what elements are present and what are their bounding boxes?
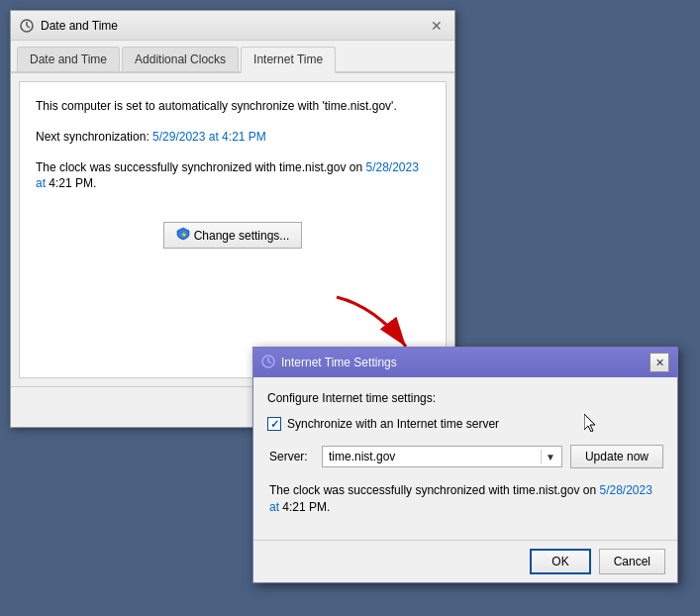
internet-time-settings-dialog: Internet Time Settings ✕ Configure Inter… — [252, 347, 678, 583]
sync-checkbox-row: Synchronize with an Internet time server — [267, 417, 663, 431]
shield-icon: ★ — [176, 227, 190, 244]
dialog-title-left: Internet Time Settings — [261, 355, 397, 371]
svg-line-2 — [27, 26, 30, 28]
dialog-footer: OK Cancel — [253, 540, 677, 582]
dialog-close-button[interactable]: ✕ — [650, 353, 669, 372]
dialog-title-text: Internet Time Settings — [281, 356, 397, 369]
svg-line-7 — [268, 361, 271, 363]
sync-checkbox[interactable] — [267, 417, 281, 431]
change-settings-button[interactable]: ★ Change settings... — [163, 222, 303, 249]
sync-server-text: This computer is set to automatically sy… — [36, 98, 430, 115]
update-now-button[interactable]: Update now — [570, 445, 663, 468]
next-sync-text: Next synchronization: 5/29/2023 at 4:21 … — [36, 129, 430, 146]
main-title-bar: Date and Time ✕ — [11, 11, 454, 41]
clock-icon — [19, 18, 35, 34]
tab-internet-time[interactable]: Internet Time — [241, 47, 336, 73]
sync-checkbox-label: Synchronize with an Internet time server — [287, 417, 499, 431]
dialog-ok-button[interactable]: OK — [530, 549, 590, 574]
title-bar-left: Date and Time — [19, 18, 118, 34]
tab-bar: Date and Time Additional Clocks Internet… — [11, 41, 454, 73]
server-dropdown[interactable]: time.nist.gov ▼ — [322, 446, 562, 467]
dialog-cancel-button[interactable]: Cancel — [599, 549, 665, 574]
server-value: time.nist.gov — [329, 450, 395, 463]
dialog-section-label: Configure Internet time settings: — [267, 391, 663, 405]
tab-date-and-time[interactable]: Date and Time — [17, 47, 120, 71]
dialog-sync-status-text: The clock was successfully synchronized … — [267, 482, 663, 516]
dialog-title-bar: Internet Time Settings ✕ — [253, 348, 677, 377]
dropdown-arrow-icon: ▼ — [541, 450, 555, 463]
change-settings-label: Change settings... — [194, 229, 290, 243]
server-row: Server: time.nist.gov ▼ Update now — [267, 445, 663, 468]
main-window-title: Date and Time — [41, 19, 118, 33]
dialog-content-area: Configure Internet time settings: Synchr… — [253, 377, 677, 540]
main-content-area: This computer is set to automatically sy… — [19, 81, 447, 378]
server-label: Server: — [269, 450, 314, 463]
dialog-icon — [261, 355, 275, 371]
last-sync-text: The clock was successfully synchronized … — [36, 159, 430, 193]
main-close-button[interactable]: ✕ — [427, 16, 447, 36]
tab-additional-clocks[interactable]: Additional Clocks — [122, 47, 239, 71]
